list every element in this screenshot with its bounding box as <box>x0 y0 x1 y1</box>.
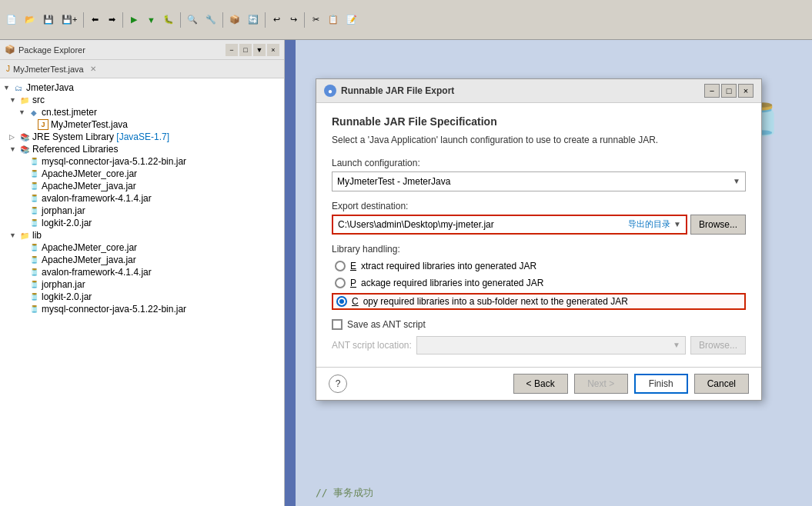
dialog-maximize-btn[interactable]: □ <box>721 84 737 98</box>
back-btn[interactable]: < Back <box>513 374 568 394</box>
maximize-panel-btn[interactable]: □ <box>239 44 252 56</box>
package-explorer-title: Package Explorer <box>18 45 85 55</box>
sep5 <box>265 12 266 28</box>
item-label: logkit-2.0.jar <box>42 291 92 302</box>
close-panel-btn[interactable]: × <box>267 44 279 56</box>
tree-item-jmeterjava[interactable]: ▼ 🗂 JmeterJava <box>0 82 284 94</box>
tree-item-lib-folder[interactable]: ▼ 📁 lib <box>0 229 284 241</box>
sep4 <box>222 12 223 28</box>
toolbar-redo[interactable]: ↪ <box>286 12 301 28</box>
file-tab-label: MyJmeterTest.java <box>13 65 84 74</box>
cancel-btn[interactable]: Cancel <box>694 374 749 394</box>
launch-config-value: MyJmeterTest - JmeterJava <box>337 176 733 187</box>
item-label: avalon-framework-4.1.4.jar <box>42 193 152 204</box>
toolbar-debug[interactable]: 🐛 <box>160 12 177 28</box>
jar-icon: 🫙 <box>28 255 39 265</box>
tree-item-lib-jar5[interactable]: 🫙 logkit-2.0.jar <box>0 291 284 303</box>
tree-item-jar5[interactable]: 🫙 jorphan.jar <box>0 205 284 217</box>
item-label: avalon-framework-4.1.4.jar <box>42 267 152 278</box>
tree-item-jar1[interactable]: 🫙 mysql-connector-java-5.1.22-bin.jar <box>0 155 284 168</box>
package-explorer-icon: 📦 <box>5 45 15 55</box>
item-label: jorphan.jar <box>42 205 85 216</box>
dialog-footer: ? < Back Next > Finish Cancel <box>316 367 761 400</box>
dialog-icon-symbol: ● <box>328 87 332 95</box>
toolbar-copy[interactable]: 📋 <box>325 12 342 28</box>
toolbar-forward[interactable]: ➡ <box>104 12 119 28</box>
launch-config-group: Launch configuration: MyJmeterTest - Jme… <box>332 158 746 191</box>
dialog-minimize-btn[interactable]: − <box>704 84 720 98</box>
minimize-panel-btn[interactable]: − <box>226 44 238 56</box>
tree-item-lib-jar1[interactable]: 🫙 ApacheJMeter_core.jar <box>0 241 284 254</box>
toolbar-run-arrow[interactable]: ▼ <box>143 12 159 28</box>
folder-icon: 📁 <box>19 95 30 105</box>
radio-copy[interactable]: Copy required libraries into a sub-folde… <box>332 293 746 310</box>
jar-icon: 🫙 <box>28 267 39 278</box>
expand-icon: ▼ <box>18 108 26 116</box>
radio-group: Extract required libraries into generate… <box>332 259 746 310</box>
file-tab[interactable]: J MyJmeterTest.java ✕ <box>0 60 284 78</box>
toolbar-paste[interactable]: 📝 <box>343 12 360 28</box>
ant-checkbox[interactable] <box>332 319 343 330</box>
jar-icon: 🫙 <box>28 205 39 216</box>
toolbar-search[interactable]: 🔍 <box>184 12 201 28</box>
tree-item-jre[interactable]: ▷ 📚 JRE System Library [JavaSE-1.7] <box>0 131 284 143</box>
tree-item-package[interactable]: ▼ ◆ cn.test.jmeter <box>0 106 284 118</box>
item-label: Referenced Libraries <box>32 144 118 155</box>
radio-package-label: P <box>350 278 356 288</box>
toolbar-run[interactable]: ▶ <box>126 12 142 28</box>
item-label: mysql-connector-java-5.1.22-bin.jar <box>42 304 186 315</box>
left-panel: 📦 Package Explorer − □ ▼ × J MyJmeterTes… <box>0 40 285 506</box>
finish-btn[interactable]: Finish <box>634 374 688 394</box>
toolbar-open[interactable]: 📂 <box>22 12 38 28</box>
dialog-controls: − □ × <box>704 84 754 98</box>
jar-icon: 🫙 <box>28 193 39 204</box>
tree-item-jar4[interactable]: 🫙 avalon-framework-4.1.4.jar <box>0 192 284 205</box>
tree-item-lib-jar2[interactable]: 🫙 ApacheJMeter_java.jar <box>0 254 284 266</box>
jar-icon: 🫙 <box>28 168 39 179</box>
tree-item-lib-jar3[interactable]: 🫙 avalon-framework-4.1.4.jar <box>0 266 284 278</box>
export-dest-input[interactable]: C:\Users\admin\Desktop\my-jmeter.jar 导出的… <box>332 215 687 235</box>
radio-package[interactable]: Package required libraries into generate… <box>332 276 746 290</box>
dialog-description: Select a 'Java Application' launch confi… <box>332 134 746 147</box>
launch-config-combo[interactable]: MyJmeterTest - JmeterJava ▼ <box>332 171 746 191</box>
item-label: jorphan.jar <box>42 279 85 290</box>
toolbar-back[interactable]: ⬅ <box>87 12 102 28</box>
tree-item-lib-jar6[interactable]: 🫙 mysql-connector-java-5.1.22-bin.jar <box>0 303 284 315</box>
jar-icon: 📚 <box>19 131 30 142</box>
export-dest-value: C:\Users\admin\Desktop\my-jmeter.jar <box>338 219 628 230</box>
item-label: ApacheJMeter_core.jar <box>42 168 137 179</box>
tree-item-jar3[interactable]: 🫙 ApacheJMeter_java.jar <box>0 180 284 192</box>
toolbar-new2[interactable]: 📦 <box>226 12 243 28</box>
export-browse-btn[interactable]: Browse... <box>690 215 746 235</box>
item-label: JmeterJava <box>26 82 74 93</box>
toolbar-save-all[interactable]: 💾+ <box>58 12 80 28</box>
toolbar-save[interactable]: 💾 <box>40 12 57 28</box>
dialog: ● Runnable JAR File Export − □ × Runnabl… <box>316 78 762 401</box>
toolbar-refresh[interactable]: 🔄 <box>245 12 262 28</box>
radio-package-circle <box>335 278 346 288</box>
sep3 <box>180 12 181 28</box>
tree-item-jar2[interactable]: 🫙 ApacheJMeter_core.jar <box>0 168 284 180</box>
view-menu-btn[interactable]: ▼ <box>253 44 266 56</box>
tree-item-jar6[interactable]: 🫙 logkit-2.0.jar <box>0 217 284 229</box>
tree-item-src[interactable]: ▼ 📁 src <box>0 94 284 106</box>
library-handling-label: Library handling: <box>332 244 746 255</box>
dialog-close-btn[interactable]: × <box>738 84 754 98</box>
radio-extract-label: E <box>350 261 356 271</box>
next-btn[interactable]: Next > <box>574 374 628 394</box>
item-label: logkit-2.0.jar <box>42 218 92 228</box>
toolbar-cut[interactable]: ✂ <box>308 12 323 28</box>
radio-package-rest: ackage required libraries into generated… <box>361 278 543 288</box>
radio-extract[interactable]: Extract required libraries into generate… <box>332 259 746 273</box>
help-btn[interactable]: ? <box>329 375 347 393</box>
dialog-title-text: Runnable JAR File Export <box>341 85 700 96</box>
toolbar-new[interactable]: 📄 <box>3 12 20 28</box>
toolbar-refactor[interactable]: 🔧 <box>202 12 219 28</box>
tree-item-ref-libs[interactable]: ▼ 📚 Referenced Libraries <box>0 143 284 155</box>
file-tab-icon: J <box>6 65 10 73</box>
blue-strip <box>285 40 296 506</box>
tree-item-javafile[interactable]: J MyJmeterTest.java <box>0 118 284 131</box>
export-dest-tag: 导出的目录 <box>628 218 670 230</box>
toolbar-undo[interactable]: ↩ <box>269 12 284 28</box>
tree-item-lib-jar4[interactable]: 🫙 jorphan.jar <box>0 278 284 291</box>
